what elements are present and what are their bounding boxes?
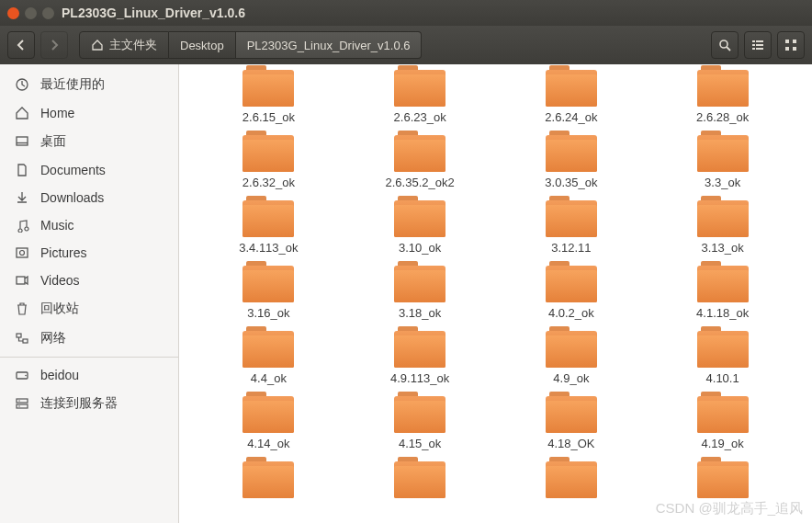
sidebar-item-recent[interactable]: 最近使用的 bbox=[0, 70, 178, 99]
breadcrumb-0[interactable]: 主文件夹 bbox=[79, 31, 169, 59]
folder-item[interactable]: 3.4.113_ok bbox=[197, 200, 340, 255]
nav-forward-button[interactable] bbox=[40, 31, 68, 59]
sidebar-item-label: Music bbox=[40, 218, 74, 233]
svg-rect-10 bbox=[785, 47, 789, 51]
folder-icon bbox=[697, 396, 749, 433]
folder-label: 2.6.23_ok bbox=[394, 110, 446, 124]
desktop-icon bbox=[15, 134, 29, 149]
svg-line-1 bbox=[727, 47, 730, 51]
svg-point-25 bbox=[18, 405, 19, 406]
folder-label: 3.12.11 bbox=[551, 241, 591, 255]
sidebar-item-videos[interactable]: Videos bbox=[0, 267, 178, 294]
folder-item[interactable]: 2.6.23_ok bbox=[349, 70, 491, 124]
svg-rect-15 bbox=[17, 248, 28, 257]
titlebar: PL2303G_Linux_Driver_v1.0.6 bbox=[0, 0, 812, 26]
folder-label: 3.0.35_ok bbox=[545, 176, 597, 189]
folder-label: 4.15_ok bbox=[399, 437, 441, 450]
window-maximize-button[interactable] bbox=[42, 7, 54, 19]
svg-rect-7 bbox=[756, 48, 763, 50]
view-grid-button[interactable] bbox=[777, 31, 805, 59]
folder-item[interactable]: 3.10_ok bbox=[349, 200, 491, 255]
sidebar-item-label: Pictures bbox=[40, 245, 87, 260]
search-button[interactable] bbox=[711, 31, 739, 59]
folder-item[interactable]: 2.6.28_ok bbox=[651, 70, 794, 124]
folder-icon bbox=[394, 266, 445, 302]
folder-icon bbox=[242, 331, 294, 368]
chevron-right-icon bbox=[49, 40, 60, 51]
folder-item[interactable]: 4.1.18_ok bbox=[651, 266, 794, 320]
folder-item[interactable]: 2.6.32_ok bbox=[197, 135, 340, 189]
folder-item[interactable]: 4.9_ok bbox=[501, 331, 643, 385]
list-icon bbox=[751, 39, 764, 51]
folder-icon bbox=[394, 135, 445, 172]
sidebar-item-label: 连接到服务器 bbox=[40, 395, 118, 412]
sidebar-item-server[interactable]: 连接到服务器 bbox=[0, 389, 178, 418]
folder-item[interactable] bbox=[349, 461, 491, 502]
toolbar: 主文件夹DesktopPL2303G_Linux_Driver_v1.0.6 bbox=[0, 26, 812, 64]
sidebar-item-music[interactable]: Music bbox=[0, 211, 178, 239]
folder-item[interactable]: 4.0.2_ok bbox=[501, 266, 643, 320]
sidebar-item-doc[interactable]: Documents bbox=[0, 156, 178, 184]
sidebar-item-home[interactable]: Home bbox=[0, 99, 178, 127]
folder-item[interactable]: 2.6.35.2_ok2 bbox=[349, 135, 491, 189]
folder-item[interactable]: 2.6.15_ok bbox=[197, 70, 340, 124]
sidebar-item-drive[interactable]: beidou bbox=[0, 361, 178, 389]
svg-rect-17 bbox=[17, 277, 25, 284]
chevron-left-icon bbox=[16, 40, 27, 51]
sidebar-item-download[interactable]: Downloads bbox=[0, 184, 178, 211]
view-list-button[interactable] bbox=[744, 31, 772, 59]
home-icon bbox=[91, 39, 104, 51]
svg-rect-22 bbox=[17, 399, 28, 403]
folder-item[interactable]: 4.15_ok bbox=[349, 396, 491, 450]
svg-rect-13 bbox=[17, 137, 28, 145]
svg-point-16 bbox=[20, 251, 25, 256]
folder-item[interactable]: 3.13_ok bbox=[651, 200, 794, 255]
folder-item[interactable]: 4.14_ok bbox=[197, 396, 340, 450]
folder-icon bbox=[697, 461, 749, 498]
sidebar-item-network[interactable]: 网络 bbox=[0, 324, 178, 353]
breadcrumb-1[interactable]: Desktop bbox=[169, 31, 236, 59]
folder-icon bbox=[394, 200, 445, 237]
nav-back-button[interactable] bbox=[7, 31, 35, 59]
sidebar-item-pictures[interactable]: Pictures bbox=[0, 239, 178, 267]
folder-icon bbox=[546, 396, 597, 433]
folder-item[interactable]: 4.19_ok bbox=[651, 396, 794, 450]
folder-label: 4.14_ok bbox=[247, 437, 289, 450]
folder-label: 3.13_ok bbox=[701, 241, 743, 255]
folder-item[interactable]: 4.18_OK bbox=[501, 396, 643, 450]
folder-item[interactable]: 2.6.24_ok bbox=[501, 70, 643, 124]
folder-item[interactable]: 4.4_ok bbox=[197, 331, 340, 385]
folder-item[interactable]: 3.16_ok bbox=[197, 266, 340, 320]
folder-item[interactable] bbox=[651, 461, 794, 502]
sidebar-item-desktop[interactable]: 桌面 bbox=[0, 127, 178, 156]
folder-item[interactable] bbox=[501, 461, 643, 502]
folder-icon bbox=[546, 266, 597, 302]
watermark: CSDN @驯龙高手_追风 bbox=[656, 500, 803, 517]
breadcrumb-label: 主文件夹 bbox=[109, 37, 157, 53]
folder-icon bbox=[697, 266, 749, 302]
folder-item[interactable] bbox=[197, 461, 340, 502]
breadcrumb-2[interactable]: PL2303G_Linux_Driver_v1.0.6 bbox=[236, 31, 423, 59]
folder-item[interactable]: 4.9.113_ok bbox=[349, 331, 491, 385]
download-icon bbox=[15, 190, 29, 205]
svg-point-21 bbox=[25, 375, 27, 377]
folder-item[interactable]: 3.18_ok bbox=[349, 266, 491, 320]
folder-icon bbox=[394, 461, 445, 498]
sidebar-item-trash[interactable]: 回收站 bbox=[0, 294, 178, 324]
window-close-button[interactable] bbox=[7, 7, 19, 19]
folder-item[interactable]: 3.12.11 bbox=[501, 200, 643, 255]
folder-label: 4.10.1 bbox=[706, 371, 739, 385]
folder-icon bbox=[697, 331, 749, 368]
folder-label: 4.4_ok bbox=[251, 371, 287, 385]
window-title: PL2303G_Linux_Driver_v1.0.6 bbox=[62, 6, 245, 20]
svg-rect-4 bbox=[752, 44, 755, 46]
folder-item[interactable]: 3.0.35_ok bbox=[501, 135, 643, 189]
window-minimize-button[interactable] bbox=[25, 7, 37, 19]
folder-label: 4.9_ok bbox=[553, 371, 589, 385]
folder-label: 4.1.18_ok bbox=[696, 306, 749, 320]
folder-item[interactable]: 4.10.1 bbox=[651, 331, 794, 385]
folder-item[interactable]: 3.3_ok bbox=[651, 135, 794, 189]
file-area[interactable]: 2.6.15_ok2.6.23_ok2.6.24_ok2.6.28_ok2.6.… bbox=[179, 64, 812, 523]
grid-icon bbox=[784, 39, 797, 51]
folder-label: 2.6.28_ok bbox=[696, 110, 749, 124]
